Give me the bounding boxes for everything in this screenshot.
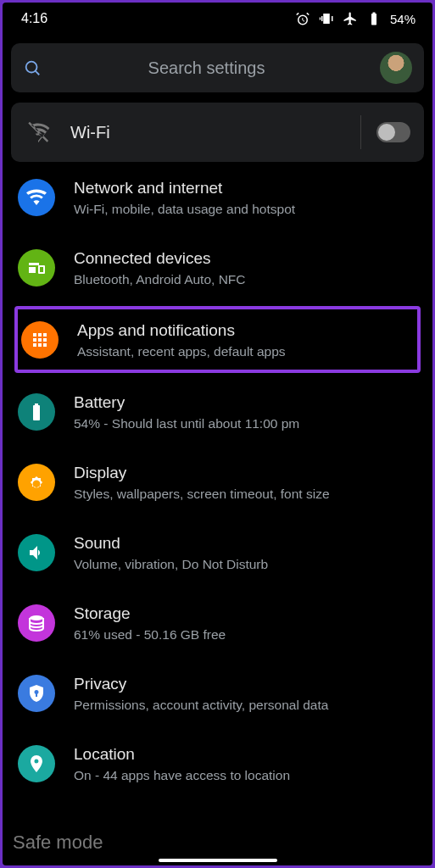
devices-icon bbox=[18, 249, 55, 287]
wifi-label: Wi-Fi bbox=[70, 123, 349, 142]
alarm-icon bbox=[295, 11, 310, 26]
svg-rect-0 bbox=[372, 19, 375, 24]
item-subtitle: Wi-Fi, mobile, data usage and hotspot bbox=[74, 202, 417, 217]
item-title: Display bbox=[74, 464, 417, 482]
settings-item-apps[interactable]: Apps and notificationsAssistant, recent … bbox=[14, 306, 421, 373]
status-bar: 4:16 54% bbox=[3, 3, 432, 35]
item-title: Battery bbox=[74, 393, 417, 412]
settings-item-sound[interactable]: SoundVolume, vibration, Do Not Disturb bbox=[3, 517, 432, 587]
search-bar[interactable]: Search settings bbox=[11, 43, 424, 92]
settings-list: Network and internetWi-Fi, mobile, data … bbox=[3, 162, 432, 798]
battery-percentage: 54% bbox=[390, 12, 415, 26]
settings-item-privacy[interactable]: PrivacyPermissions, account activity, pe… bbox=[3, 658, 432, 728]
safe-mode-label: Safe mode bbox=[13, 832, 103, 854]
battery-icon bbox=[18, 393, 55, 431]
apps-icon bbox=[21, 321, 59, 359]
item-subtitle: Bluetooth, Android Auto, NFC bbox=[74, 272, 417, 287]
settings-item-location[interactable]: LocationOn - 44 apps have access to loca… bbox=[3, 728, 432, 798]
item-subtitle: Assistant, recent apps, default apps bbox=[77, 344, 414, 359]
svg-line-2 bbox=[36, 71, 40, 75]
status-time: 4:16 bbox=[21, 11, 47, 26]
settings-item-devices[interactable]: Connected devicesBluetooth, Android Auto… bbox=[3, 232, 432, 303]
sound-icon bbox=[18, 534, 55, 571]
airplane-icon bbox=[343, 11, 358, 26]
item-title: Privacy bbox=[74, 675, 417, 693]
item-subtitle: Volume, vibration, Do Not Disturb bbox=[74, 557, 417, 572]
item-title: Network and internet bbox=[74, 179, 417, 198]
storage-icon bbox=[18, 604, 55, 642]
svg-point-1 bbox=[26, 62, 37, 73]
search-icon bbox=[23, 58, 42, 77]
item-title: Apps and notifications bbox=[77, 321, 414, 340]
wifi-card[interactable]: Wi-Fi bbox=[11, 103, 424, 162]
profile-avatar[interactable] bbox=[380, 52, 412, 84]
wifi-icon bbox=[18, 179, 55, 216]
settings-item-storage[interactable]: Storage61% used - 50.16 GB free bbox=[3, 587, 432, 658]
privacy-icon bbox=[18, 675, 55, 712]
settings-item-battery[interactable]: Battery54% - Should last until about 11:… bbox=[3, 376, 432, 447]
settings-item-wifi[interactable]: Network and internetWi-Fi, mobile, data … bbox=[3, 162, 432, 232]
wifi-off-icon bbox=[26, 120, 50, 144]
battery-icon bbox=[366, 11, 382, 26]
item-title: Location bbox=[74, 745, 417, 764]
nav-handle[interactable] bbox=[159, 859, 277, 862]
search-placeholder: Search settings bbox=[42, 58, 380, 78]
item-subtitle: Styles, wallpapers, screen timeout, font… bbox=[74, 487, 417, 502]
item-subtitle: On - 44 apps have access to location bbox=[74, 768, 417, 783]
settings-item-brightness[interactable]: DisplayStyles, wallpapers, screen timeou… bbox=[3, 447, 432, 517]
item-subtitle: Permissions, account activity, personal … bbox=[74, 698, 417, 713]
vibrate-icon bbox=[319, 11, 334, 26]
item-title: Sound bbox=[74, 534, 417, 553]
item-title: Storage bbox=[74, 604, 417, 623]
item-title: Connected devices bbox=[74, 249, 417, 268]
location-icon bbox=[18, 745, 55, 782]
brightness-icon bbox=[18, 464, 55, 501]
wifi-toggle[interactable] bbox=[376, 122, 410, 142]
item-subtitle: 54% - Should last until about 11:00 pm bbox=[74, 416, 417, 431]
svg-point-3 bbox=[30, 615, 43, 620]
divider bbox=[360, 115, 361, 149]
item-subtitle: 61% used - 50.16 GB free bbox=[74, 627, 417, 643]
